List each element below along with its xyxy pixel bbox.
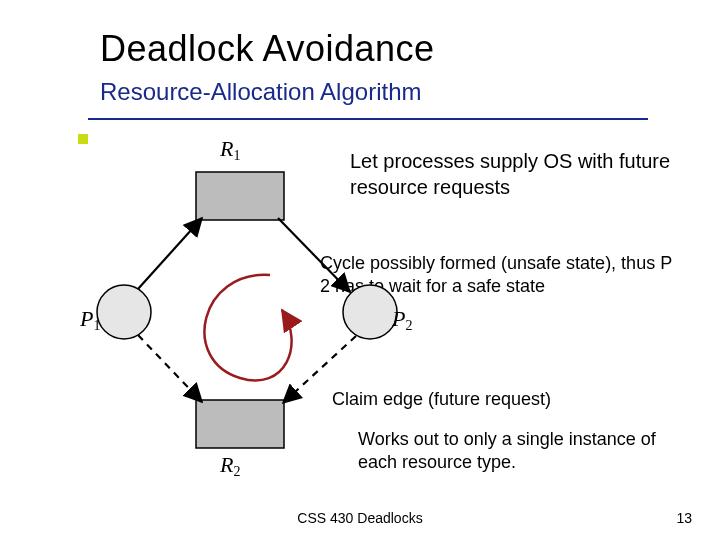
label-r2-sub: 2 [233, 464, 240, 479]
page-title: Deadlock Avoidance [100, 28, 435, 70]
label-r1: R1 [220, 136, 240, 164]
label-r1-letter: R [220, 136, 233, 161]
process-p2 [343, 285, 397, 339]
label-p1: P1 [80, 306, 100, 334]
edge-r1-p2-assign [278, 218, 350, 292]
process-p1 [97, 285, 151, 339]
label-p2-letter: P [392, 306, 405, 331]
page-subtitle: Resource-Allocation Algorithm [100, 78, 421, 106]
title-rule [88, 118, 648, 120]
label-p1-sub: 1 [93, 318, 100, 333]
diagram-svg [80, 130, 410, 490]
label-p2-sub: 2 [405, 318, 412, 333]
label-r1-sub: 1 [233, 148, 240, 163]
page-number: 13 [676, 510, 692, 526]
edge-p2-r2-claim [283, 336, 356, 403]
label-p2: P2 [392, 306, 412, 334]
resource-r1 [196, 172, 284, 220]
resource-r2 [196, 400, 284, 448]
footer-text: CSS 430 Deadlocks [0, 510, 720, 526]
label-r2-letter: R [220, 452, 233, 477]
edge-p1-r1-request [138, 218, 202, 289]
resource-allocation-graph: R1 R2 P1 P2 [80, 130, 410, 490]
cycle-arrow-icon [204, 275, 291, 381]
label-r2: R2 [220, 452, 240, 480]
label-p1-letter: P [80, 306, 93, 331]
slide: Deadlock Avoidance Resource-Allocation A… [0, 0, 720, 540]
edge-p1-r2-claim [138, 335, 202, 402]
